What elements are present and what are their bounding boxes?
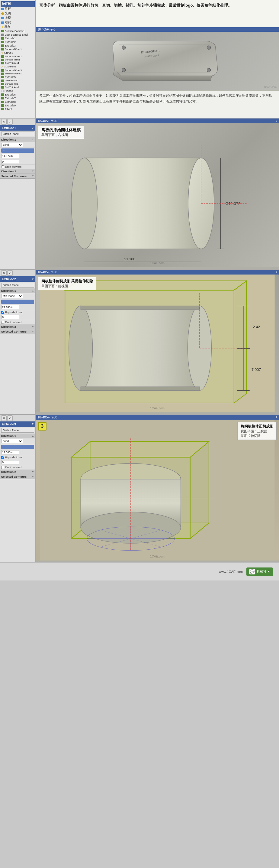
direction1-section-2[interactable]: Direction 1 ▲ <box>0 288 35 293</box>
tree-item-extrude9[interactable]: Extrude9 <box>1 104 35 107</box>
draft-outward-checkbox-3[interactable] <box>1 466 4 469</box>
svg-text:Ø11.372: Ø11.372 <box>225 202 240 206</box>
direction1-type-select-2[interactable]: Mid Plane <box>1 294 23 298</box>
tree-item-surface-offset2[interactable]: Surface-Offset2 <box>1 55 35 58</box>
feature-tree-header: 特征树 <box>1 1 35 7</box>
tree-item-right-view[interactable]: 右视 <box>1 20 35 25</box>
svg-marker-23 <box>234 281 246 403</box>
tree-item-lighting[interactable]: 光照 <box>1 11 35 16</box>
svg-marker-42 <box>190 441 209 538</box>
tree-item-cut-thicken1[interactable]: Cut-Thicken1 <box>1 61 35 65</box>
svg-rect-28 <box>81 387 200 390</box>
tree-item-extrude8[interactable]: Extrude8 <box>1 100 35 104</box>
svg-point-1 <box>122 68 125 72</box>
check-icon[interactable]: ✓ <box>7 119 13 125</box>
angle-row <box>0 159 35 165</box>
depth-input[interactable] <box>1 154 19 158</box>
tree-item-surface-offset1[interactable]: Surface-Offset1 <box>1 48 35 51</box>
tree-item-extrude1[interactable]: Extrude1 <box>1 37 35 40</box>
direction2-section[interactable]: Direction 2 ▼ <box>0 169 35 174</box>
selected-contours-section[interactable]: Selected Contours ▼ <box>0 174 35 179</box>
cylinder-viewport: 阀板的原始圆柱体建模 草图平面，右视面 <box>36 123 279 267</box>
wechat-icon: 💬 <box>249 569 255 575</box>
direction1-section[interactable]: Direction 1 ▲ <box>0 137 35 142</box>
tree-item-surface-trim1[interactable]: Surface-Trim1 <box>1 58 35 61</box>
draft-outward-checkbox-2[interactable] <box>1 321 4 324</box>
cut-cylinder-viewport: 阀板柱体侧切成形 采用拉伸切除 草图平面：前视面 <box>36 275 279 412</box>
ortho-cut-viewport: 3 将阀板柱体正切成形 视图平面：上视面 采用拉伸切除 <box>36 420 279 560</box>
step-3-badge: 3 <box>38 422 46 431</box>
direction1-type-row-2: Mid Plane <box>0 293 35 299</box>
watermark-top: 1CAE.com <box>264 86 277 89</box>
svg-rect-8 <box>84 158 201 249</box>
tree-item-surface-extend1[interactable]: Surface-Extend1 <box>1 72 35 75</box>
cylinder-3d-svg: Ø11.372 21.100 <box>36 123 279 267</box>
tree-item-deleteface1[interactable]: DeleteFace1 <box>1 79 35 82</box>
tree-item-surface-offset3[interactable]: Surface-Offset3 <box>1 69 35 72</box>
close-icon-3[interactable]: ✕ <box>1 415 7 421</box>
tree-item-top-view[interactable]: 上视 <box>1 16 35 20</box>
bottom-info: www.1CAE.com 💬 机械社区 <box>219 567 273 576</box>
tree-item-extrude3[interactable]: Extrude3 <box>1 44 35 48</box>
sketch-plane-button-3[interactable]: Sketch Plane <box>1 428 34 433</box>
selected-contours-section-3[interactable]: Selected Contours ▼ <box>0 474 35 479</box>
tree-item-extrude5[interactable]: Extrude5 <box>1 75 35 79</box>
extrude3-toolbar: ✕ ✓ <box>0 415 35 422</box>
extrude1-panel-title: Extrude1 7 <box>0 125 35 131</box>
tree-item-extrude2[interactable]: Extrude2 <box>1 40 35 44</box>
cad-area-cylinder: 18-405F rev0 7 阀板的原始圆柱体建模 草图平面，右视面 <box>36 119 279 269</box>
tree-item-surface-fill1[interactable]: Surface-Fill1 <box>1 82 35 86</box>
direction1-type-select-3[interactable]: Blind <box>1 439 23 443</box>
flip-side-checkbox-3[interactable] <box>1 456 4 459</box>
angle-input[interactable] <box>1 160 19 164</box>
direction-indicator-2: → <box>1 300 34 304</box>
ortho-cut-svg <box>36 420 279 560</box>
direction1-section-3[interactable]: Direction 1 ▲ <box>0 434 35 438</box>
tree-item-cast-ss[interactable]: Cast Stainless Steel <box>1 33 35 37</box>
annotation-subtitle: 草图平面，右视面 <box>41 133 81 137</box>
tree-item-surface-bodies[interactable]: Surface-Bodies(1) <box>1 29 35 33</box>
tree-item-fillet1[interactable]: Fillet1 <box>1 107 35 111</box>
tree-item-curve1[interactable]: ∿ Curve1 <box>1 51 35 55</box>
cut-annotation: 阀板柱体侧切成形 采用拉伸切除 草图平面：前视面 <box>38 277 96 290</box>
angle-input-3[interactable] <box>1 460 19 464</box>
tree-item-extrude7[interactable]: Extrude7 <box>1 96 35 100</box>
watermark-cylinder: 1CAE.com <box>150 261 165 265</box>
draft-outward-checkbox[interactable] <box>1 165 4 168</box>
cad-titlebar-mid1: 18-405F rev0 7 <box>36 119 279 123</box>
bottom-bar: www.1CAE.com 💬 机械社区 <box>0 562 279 581</box>
sketch-plane-button[interactable]: Sketch Plane <box>1 131 34 136</box>
cad-titlebar-mid3: 18-405F rev0 7 <box>36 415 279 420</box>
analysis-header: 形体分析，阀板由圆柱体进行剪切、直切、切槽、钻孔、切剖等步骤完成，最后做刻log… <box>36 0 279 27</box>
svg-point-10 <box>71 158 97 249</box>
analysis-text-section: 多工序生成的零件，起始工序选取非常重要：1. 应使为后续工序提供基准，必要时可在… <box>36 91 279 118</box>
close-icon[interactable]: ✕ <box>1 119 7 125</box>
panel-toolbar-strip: ✕ ✓ <box>0 119 35 125</box>
ortho-annotation-sub2: 采用拉伸切除 <box>241 434 273 438</box>
check-icon-2[interactable]: ✓ <box>7 270 13 276</box>
cad-area-ortho-cut: 18-405F rev0 7 3 将阀板柱体正切成形 视图平面：上视面 采用拉伸… <box>36 415 279 562</box>
check-icon-3[interactable]: ✓ <box>7 415 13 421</box>
tree-item-cut-thicken2[interactable]: Cut-Thicken2 <box>1 86 35 89</box>
tree-item-origin[interactable]: ✦ 原点 <box>1 25 35 29</box>
tree-item-3dsketch1[interactable]: △ 3DSketch1 <box>1 65 35 69</box>
direction1-type-row-3: Blind <box>0 438 35 444</box>
sketch-plane-button-2[interactable]: Sketch Plane <box>1 283 34 287</box>
tree-item-annotation[interactable]: 注解 <box>1 7 35 11</box>
analysis-text: 多工序生成的零件，起始工序选取非常重要：1. 应使为后续工序提供基准，必要时可在… <box>39 93 275 104</box>
flip-side-row-3: Flip side to cut <box>0 455 35 460</box>
angle-input-2[interactable] <box>1 315 19 319</box>
selected-contours-section-2[interactable]: Selected Contours ▼ <box>0 329 35 334</box>
depth-input-3[interactable] <box>1 450 19 455</box>
tree-item-extrude6[interactable]: Extrude6 <box>1 93 35 96</box>
direction2-section-3[interactable]: Direction 2 ▼ <box>0 469 35 474</box>
direction2-section-2[interactable]: Direction 2 ▼ <box>0 324 35 329</box>
depth-input-2[interactable] <box>1 305 19 309</box>
cad-viewport-top: DURA·SEAL 18-405F A385 1CAE.com <box>36 32 279 90</box>
close-icon-2[interactable]: ✕ <box>1 270 7 276</box>
direction1-type-select[interactable]: Blind <box>1 143 23 147</box>
tree-item-plane3[interactable]: ⬡ Plane3 <box>1 89 35 93</box>
cad-view-top-model: 18-405F rev0 <box>36 27 279 91</box>
flip-side-checkbox-2[interactable] <box>1 311 4 314</box>
svg-text:2.42: 2.42 <box>253 325 260 329</box>
